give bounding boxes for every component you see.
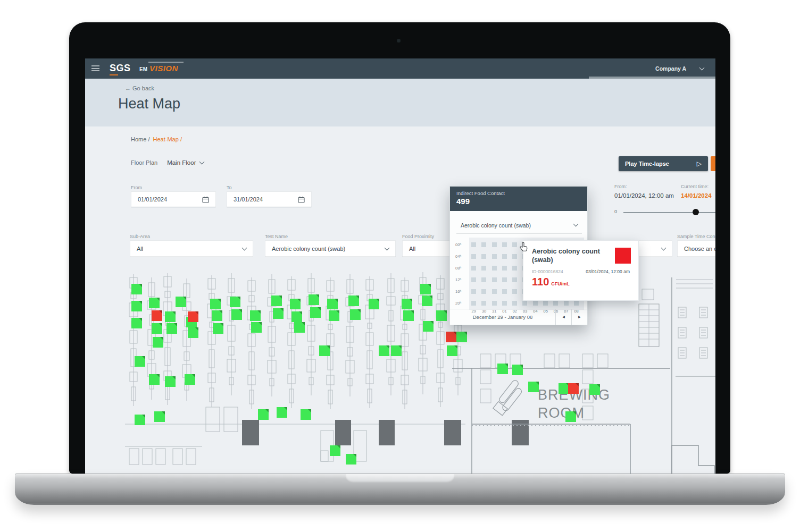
- sample-point-marker[interactable]: [277, 407, 287, 418]
- sample-point-marker[interactable]: [250, 310, 261, 321]
- sample-point-marker[interactable]: [350, 309, 361, 320]
- sample-point-marker[interactable]: [131, 301, 142, 311]
- heatmap-cell[interactable]: [512, 277, 517, 282]
- heatmap-cell[interactable]: [471, 289, 476, 294]
- sample-point-marker[interactable]: [330, 445, 340, 456]
- timelapse-slider-thumb[interactable]: [693, 209, 699, 215]
- heatmap-cell[interactable]: [512, 254, 517, 259]
- heatmap-cell[interactable]: [512, 301, 517, 306]
- breadcrumb-home[interactable]: Home: [131, 136, 146, 142]
- sample-point-marker[interactable]: [231, 309, 242, 320]
- sample-point-marker[interactable]: [319, 345, 330, 356]
- heatmap-cell[interactable]: [564, 301, 569, 306]
- sample-point-marker[interactable]: [210, 299, 221, 309]
- sample-point-marker[interactable]: [420, 284, 431, 294]
- heatmap-cell[interactable]: [502, 254, 507, 259]
- timelapse-settings-button[interactable]: [711, 156, 715, 171]
- heatmap-cell[interactable]: [502, 301, 507, 306]
- calendar-icon[interactable]: [298, 196, 305, 203]
- sample-point-marker[interactable]: [528, 382, 539, 392]
- sample-point-marker[interactable]: [301, 409, 311, 420]
- testname-select[interactable]: Aerobic colony count (swab): [265, 240, 396, 257]
- heatmap-cell[interactable]: [543, 301, 548, 306]
- heatmap-cell[interactable]: [471, 301, 476, 306]
- hamburger-menu-icon[interactable]: [91, 65, 99, 71]
- sample-point-marker[interactable]: [309, 294, 319, 305]
- play-timelapse-button[interactable]: Play Time-lapse ▷: [619, 156, 708, 171]
- heatmap-cell[interactable]: [533, 301, 538, 306]
- sample-point-marker[interactable]: [165, 311, 176, 322]
- heatmap-cell[interactable]: [471, 242, 476, 247]
- timelapse-slider-track[interactable]: [623, 212, 715, 213]
- sample-point-marker[interactable]: [176, 297, 186, 307]
- sample-point-marker[interactable]: [402, 299, 412, 309]
- sample-point-marker[interactable]: [212, 310, 222, 321]
- sample-point-marker[interactable]: [446, 332, 456, 342]
- heatmap-cell[interactable]: [502, 289, 507, 294]
- heatmap-cell[interactable]: [481, 254, 486, 259]
- heatmap-cell[interactable]: [502, 266, 507, 271]
- popup-prev-button[interactable]: ◄: [555, 309, 571, 325]
- sample-point-marker[interactable]: [589, 384, 600, 395]
- heatmap-cell[interactable]: [512, 266, 517, 271]
- heatmap-cell[interactable]: [471, 266, 476, 271]
- sample-point-marker[interactable]: [271, 295, 282, 306]
- sample-point-marker[interactable]: [273, 308, 284, 319]
- sample-point-marker[interactable]: [149, 298, 160, 308]
- subarea-select[interactable]: All: [130, 240, 253, 257]
- heatmap-cell[interactable]: [502, 242, 507, 247]
- heatmap-cell[interactable]: [481, 242, 486, 247]
- sample-point-marker[interactable]: [422, 295, 432, 306]
- sample-point-marker[interactable]: [391, 345, 402, 356]
- sample-point-marker[interactable]: [188, 327, 198, 338]
- sample-point-marker[interactable]: [230, 297, 240, 307]
- calendar-icon[interactable]: [202, 196, 209, 203]
- sample-point-marker[interactable]: [154, 411, 165, 422]
- heatmap-cell[interactable]: [492, 254, 497, 259]
- sample-point-marker[interactable]: [447, 345, 457, 356]
- heatmap-cell[interactable]: [492, 289, 497, 294]
- sample-point-marker[interactable]: [152, 310, 162, 321]
- sample-point-marker[interactable]: [327, 299, 338, 309]
- heatmap-cell[interactable]: [512, 242, 517, 247]
- sample-point-marker[interactable]: [346, 454, 356, 465]
- sample-point-marker[interactable]: [258, 409, 269, 420]
- sample-point-marker[interactable]: [423, 321, 434, 332]
- sample-point-marker[interactable]: [185, 374, 195, 385]
- heatmap-cell[interactable]: [481, 266, 486, 271]
- sample-point-marker[interactable]: [329, 310, 339, 321]
- sample-point-marker[interactable]: [291, 311, 302, 322]
- sample-point-marker[interactable]: [369, 299, 379, 309]
- heatmap-cell[interactable]: [492, 277, 497, 282]
- heatmap-cell[interactable]: [553, 301, 558, 306]
- sample-point-marker[interactable]: [135, 356, 145, 367]
- popup-next-button[interactable]: ►: [571, 309, 587, 325]
- heatmap-cell[interactable]: [481, 277, 486, 282]
- sample-point-marker[interactable]: [379, 345, 389, 356]
- sample-point-marker[interactable]: [403, 310, 414, 321]
- sample-point-marker[interactable]: [135, 415, 145, 425]
- heatmap-cell[interactable]: [492, 301, 497, 306]
- heatmap-cell[interactable]: [481, 289, 486, 294]
- to-date-input[interactable]: 31/01/2024: [227, 191, 312, 207]
- sample-point-marker[interactable]: [213, 323, 223, 334]
- company-selector[interactable]: Company A: [655, 58, 704, 79]
- sample-point-marker[interactable]: [165, 376, 176, 387]
- sample-point-marker[interactable]: [559, 383, 569, 394]
- heatmap-cell[interactable]: [481, 301, 486, 306]
- sample-point-marker[interactable]: [290, 299, 301, 309]
- sample-point-marker[interactable]: [152, 323, 162, 334]
- sample-point-marker[interactable]: [153, 337, 163, 348]
- sample-point-marker[interactable]: [456, 332, 467, 342]
- heatmap-cell[interactable]: [574, 301, 579, 306]
- popup-test-select[interactable]: Aerobic colony count (swab): [456, 217, 582, 233]
- heatmap-cell[interactable]: [522, 301, 527, 306]
- sampletime-select[interactable]: Choose an o: [677, 240, 715, 257]
- sample-point-marker[interactable]: [149, 374, 160, 385]
- heatmap-cell[interactable]: [471, 277, 476, 282]
- heatmap-cell[interactable]: [492, 242, 497, 247]
- breadcrumb-current[interactable]: Heat-Map /: [153, 136, 182, 142]
- sample-point-marker[interactable]: [497, 364, 508, 374]
- sample-point-marker[interactable]: [131, 318, 142, 328]
- sample-point-marker[interactable]: [568, 383, 579, 394]
